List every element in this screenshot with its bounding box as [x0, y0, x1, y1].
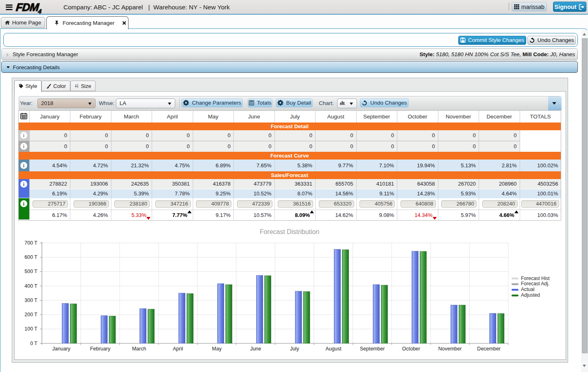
svg-text:Adjusted: Adjusted: [521, 292, 540, 298]
svg-text:December: December: [477, 346, 501, 352]
svg-text:300 T: 300 T: [24, 298, 37, 303]
svg-text:January: January: [52, 346, 71, 352]
svg-text:June: June: [250, 346, 261, 352]
svg-text:November: November: [438, 346, 462, 352]
svg-text:October: October: [402, 346, 420, 352]
svg-text:500 T: 500 T: [24, 269, 37, 274]
svg-text:September: September: [360, 346, 385, 352]
svg-text:April: April: [173, 346, 183, 352]
svg-text:200 T: 200 T: [24, 312, 37, 317]
svg-text:400 T: 400 T: [24, 283, 37, 289]
svg-text:Forecast Hist: Forecast Hist: [521, 276, 550, 281]
svg-text:Forecast Adj.: Forecast Adj.: [521, 281, 549, 287]
svg-text:700 T: 700 T: [24, 240, 37, 246]
svg-text:100 T: 100 T: [24, 326, 37, 332]
svg-text:600 T: 600 T: [24, 254, 37, 260]
svg-text:0 T: 0 T: [30, 341, 37, 346]
svg-text:Actual: Actual: [521, 287, 534, 292]
svg-text:August: August: [325, 346, 341, 352]
svg-text:February: February: [90, 346, 111, 352]
svg-text:Forecast Distribution: Forecast Distribution: [260, 228, 320, 235]
svg-text:July: July: [290, 346, 299, 352]
svg-text:March: March: [132, 346, 146, 352]
svg-text:9: 9: [77, 86, 78, 88]
svg-text:May: May: [212, 346, 222, 352]
